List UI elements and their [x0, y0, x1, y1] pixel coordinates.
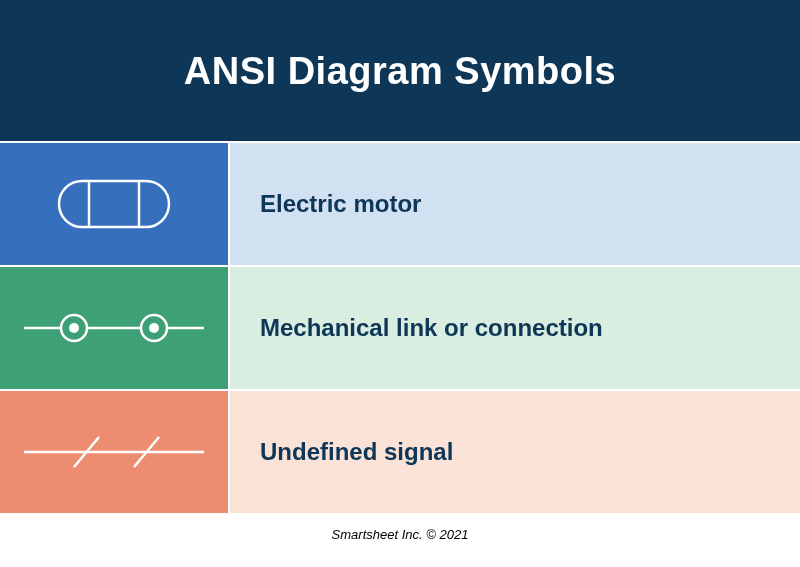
symbol-row: Electric motor: [0, 141, 800, 265]
page-title: ANSI Diagram Symbols: [0, 0, 800, 141]
symbol-row: Undefined signal: [0, 389, 800, 513]
svg-rect-0: [59, 181, 169, 227]
electric-motor-icon: [0, 143, 230, 265]
svg-point-5: [69, 323, 79, 333]
mechanical-link-icon: [0, 267, 230, 389]
copyright-footer: Smartsheet Inc. © 2021: [0, 513, 800, 542]
symbol-row: Mechanical link or connection: [0, 265, 800, 389]
svg-point-7: [149, 323, 159, 333]
undefined-signal-icon: [0, 391, 230, 513]
symbol-label: Mechanical link or connection: [230, 267, 800, 389]
symbol-label: Undefined signal: [230, 391, 800, 513]
symbol-label: Electric motor: [230, 143, 800, 265]
